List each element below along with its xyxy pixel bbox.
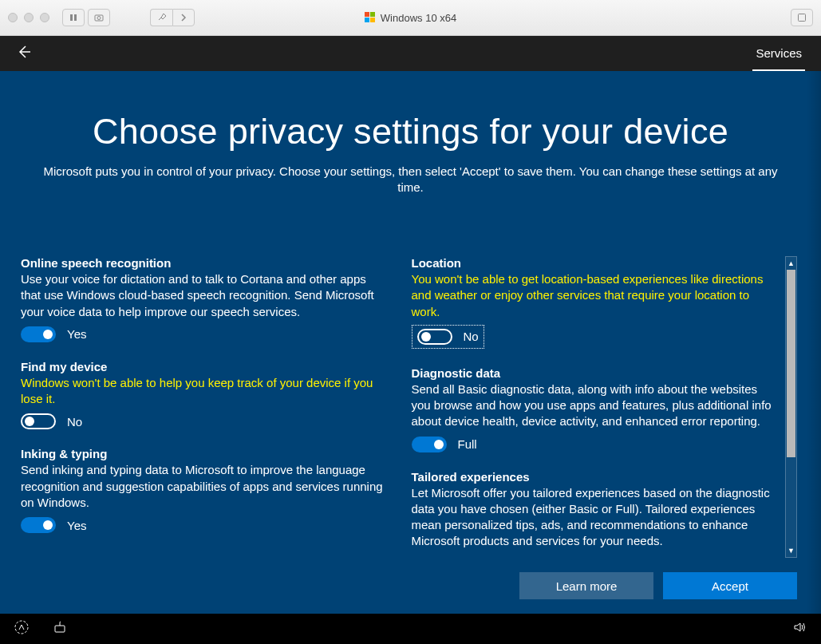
setting-online-speech: Online speech recognition Use your voice…	[21, 256, 389, 342]
back-button[interactable]	[16, 44, 32, 63]
svg-rect-8	[799, 14, 806, 22]
toggle-label: No	[464, 330, 479, 343]
tab-services[interactable]: Services	[752, 36, 805, 71]
setting-inking-typing: Inking & typing Send inking and typing d…	[21, 447, 389, 533]
svg-rect-6	[365, 18, 369, 22]
mac-titlebar: Windows 10 x64	[0, 0, 821, 36]
scroll-up-icon[interactable]: ▲	[786, 257, 796, 270]
tools-button[interactable]	[150, 9, 172, 26]
setting-title: Online speech recognition	[21, 256, 389, 270]
setting-title: Find my device	[21, 360, 389, 373]
titlebar-tools-nav	[150, 9, 195, 26]
titlebar-tools-left	[62, 9, 110, 26]
page-title: Choose privacy settings for your device	[0, 111, 821, 152]
svg-rect-0	[70, 14, 73, 21]
settings-scroll: ▲ ▼ Online speech recognition Use your v…	[21, 256, 797, 558]
toggle-label: Full	[458, 437, 477, 451]
setting-desc: Let Microsoft offer you tailored experie…	[412, 485, 780, 550]
button-row: Learn more Accept	[519, 572, 797, 599]
windows-flag-icon	[365, 12, 376, 23]
svg-rect-4	[365, 12, 369, 17]
setting-title: Location	[412, 256, 780, 270]
right-edge-reveal	[807, 71, 821, 614]
learn-more-button[interactable]: Learn more	[519, 572, 653, 599]
pause-icon	[69, 13, 78, 22]
setting-title: Diagnostic data	[412, 366, 780, 380]
arrow-left-icon	[16, 44, 32, 60]
taskbar	[0, 614, 821, 644]
accept-button[interactable]: Accept	[663, 572, 797, 599]
traffic-max-icon[interactable]	[40, 13, 49, 22]
setting-desc: Windows won't be able to help you keep t…	[21, 375, 389, 408]
traffic-close-icon[interactable]	[8, 13, 18, 22]
svg-point-9	[15, 621, 28, 634]
toggle-online-speech[interactable]	[21, 326, 56, 342]
ease-of-access-button[interactable]	[14, 620, 29, 638]
volume-icon	[792, 620, 807, 634]
setting-title: Tailored experiences	[412, 470, 780, 484]
camera-icon	[94, 13, 104, 22]
traffic-lights	[8, 13, 49, 22]
oobe-topbar: Services	[0, 36, 821, 71]
toggle-inking-typing[interactable]	[21, 517, 56, 533]
setting-desc: Use your voice for dictation and to talk…	[21, 271, 389, 320]
setting-title: Inking & typing	[21, 447, 389, 460]
settings-col-right: Location You won't be able to get locati…	[412, 256, 780, 558]
forward-button[interactable]	[172, 9, 195, 26]
fullscreen-button[interactable]	[791, 9, 813, 26]
traffic-min-icon[interactable]	[24, 13, 34, 22]
toggle-label: No	[67, 415, 82, 429]
scroll-down-icon[interactable]: ▼	[786, 544, 796, 557]
scrollbar[interactable]: ▲ ▼	[785, 256, 797, 558]
ease-of-access-icon	[14, 620, 29, 634]
window-title-container: Windows 10 x64	[0, 12, 821, 24]
keyboard-icon	[53, 620, 67, 634]
setting-tailored-experiences: Tailored experiences Let Microsoft offer…	[412, 470, 780, 550]
svg-rect-5	[370, 12, 375, 17]
view-button[interactable]	[62, 9, 85, 26]
svg-rect-1	[74, 14, 77, 21]
window-title: Windows 10 x64	[381, 12, 456, 24]
svg-rect-7	[370, 18, 375, 22]
svg-point-3	[97, 17, 101, 20]
setting-find-my-device: Find my device Windows won't be able to …	[21, 360, 389, 430]
setting-diagnostic-data: Diagnostic data Send all Basic diagnosti…	[412, 366, 780, 452]
toggle-find-my-device[interactable]	[21, 413, 56, 429]
toggle-label: Yes	[67, 519, 86, 532]
oobe-content: Choose privacy settings for your device …	[0, 71, 821, 614]
toggle-diagnostic-data[interactable]	[412, 437, 447, 452]
svg-rect-10	[55, 626, 65, 632]
focused-toggle-outline: No	[412, 325, 484, 349]
wrench-icon	[157, 13, 167, 22]
setting-location: Location You won't be able to get locati…	[412, 256, 780, 349]
scrollbar-thumb[interactable]	[787, 270, 795, 457]
chevron-right-icon	[180, 14, 187, 22]
settings-col-left: Online speech recognition Use your voice…	[21, 256, 389, 558]
setting-desc: Send all Basic diagnostic data, along wi…	[412, 381, 780, 430]
setting-desc: You won't be able to get location-based …	[412, 271, 780, 320]
page-subtitle: Microsoft puts you in control of your pr…	[36, 164, 786, 196]
toggle-label: Yes	[67, 327, 86, 341]
volume-button[interactable]	[792, 620, 807, 638]
keyboard-layout-button[interactable]	[53, 620, 67, 638]
titlebar-tools-right	[791, 9, 813, 26]
fullscreen-icon	[797, 13, 807, 22]
snapshot-button[interactable]	[88, 9, 110, 26]
setting-desc: Send inking and typing data to Microsoft…	[21, 462, 389, 511]
toggle-location[interactable]	[417, 329, 452, 345]
